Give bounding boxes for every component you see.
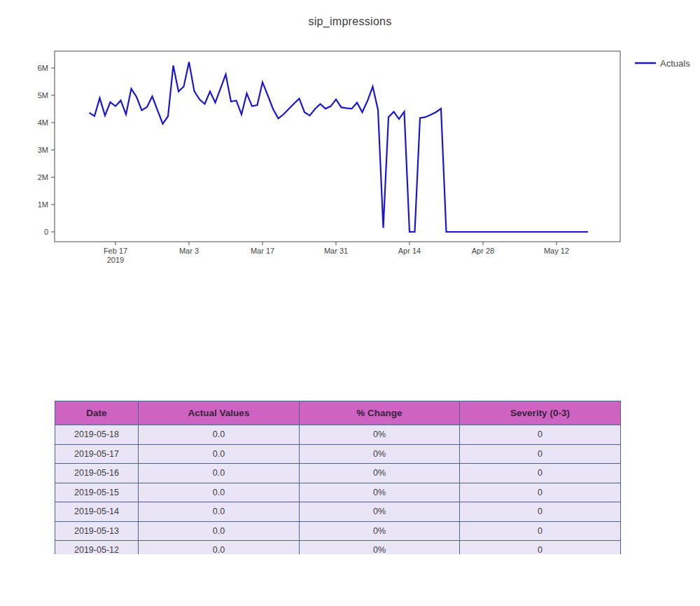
legend: Actuals (635, 58, 690, 69)
table-header-row: DateActual Values% ChangeSeverity (0-3) (55, 401, 621, 425)
table-cell: 2019-05-15 (55, 483, 139, 502)
x-axis-year-label: 2019 (107, 256, 124, 264)
table-cell: 2019-05-16 (55, 464, 139, 483)
table-cell: 0% (300, 541, 460, 555)
x-axis-tick-label: Mar 17 (251, 247, 274, 255)
table-cell: 2019-05-13 (55, 521, 139, 541)
line-chart: 01M2M3M4M5M6MFeb 172019Mar 3Mar 17Mar 31… (0, 0, 700, 280)
data-table: DateActual Values% ChangeSeverity (0-3) … (55, 401, 621, 554)
legend-label: Actuals (660, 58, 690, 69)
table-cell: 0.0 (139, 444, 300, 464)
anomaly-table-container: DateActual Values% ChangeSeverity (0-3) … (55, 401, 621, 554)
table-row: 2019-05-160.00%0 (55, 464, 621, 483)
y-axis-tick-label: 0 (44, 228, 48, 236)
table-row: 2019-05-140.00%0 (55, 502, 621, 522)
table-cell: 0.0 (139, 541, 300, 555)
table-header-cell: Actual Values (139, 401, 300, 425)
table-cell: 0.0 (139, 502, 300, 522)
y-axis-tick-label: 5M (38, 91, 48, 99)
table-cell: 0 (460, 502, 621, 522)
table-header-cell: % Change (300, 401, 460, 425)
table-cell: 0 (460, 464, 621, 483)
x-axis-tick-label: Mar 31 (324, 247, 348, 255)
table-cell: 2019-05-14 (55, 502, 139, 522)
table-cell: 0% (300, 521, 460, 541)
y-axis-tick-label: 1M (38, 200, 48, 209)
table-cell: 0 (460, 541, 621, 555)
table-cell: 0% (300, 502, 460, 522)
table-row: 2019-05-180.00%0 (55, 425, 621, 445)
table-cell: 0 (460, 521, 621, 541)
table-row: 2019-05-130.00%0 (55, 521, 621, 541)
table-cell: 0% (300, 444, 460, 464)
table-cell: 0% (300, 464, 460, 483)
y-axis-tick-label: 2M (38, 173, 48, 181)
table-cell: 0.0 (139, 483, 300, 502)
table-cell: 0 (460, 444, 621, 464)
table-row: 2019-05-170.00%0 (55, 444, 621, 464)
actuals-line (90, 62, 589, 232)
table-cell: 0% (300, 425, 460, 445)
x-axis-tick-label: May 12 (544, 247, 569, 255)
table-cell: 0% (300, 483, 460, 502)
x-axis-tick-label: Feb 17 (104, 247, 127, 255)
table-cell: 2019-05-18 (55, 425, 139, 445)
table-row: 2019-05-150.00%0 (55, 483, 621, 502)
table-cell: 0 (460, 483, 621, 502)
y-axis-tick-label: 4M (38, 118, 48, 127)
table-cell: 2019-05-17 (55, 444, 139, 464)
table-cell: 2019-05-12 (55, 541, 139, 555)
table-header-cell: Severity (0-3) (460, 401, 621, 425)
table-cell: 0 (460, 425, 621, 445)
x-axis-tick-label: Apr 28 (472, 247, 494, 255)
table-cell: 0.0 (139, 521, 300, 541)
y-axis-tick-label: 3M (38, 146, 48, 154)
table-row: 2019-05-120.00%0 (55, 541, 621, 555)
x-axis-tick-label: Mar 3 (179, 247, 199, 255)
y-axis-tick-label: 6M (38, 64, 48, 72)
table-header-cell: Date (55, 401, 139, 425)
x-axis-tick-label: Apr 14 (398, 247, 421, 255)
table-cell: 0.0 (139, 425, 300, 445)
plot-frame (55, 51, 620, 242)
table-cell: 0.0 (139, 464, 300, 483)
